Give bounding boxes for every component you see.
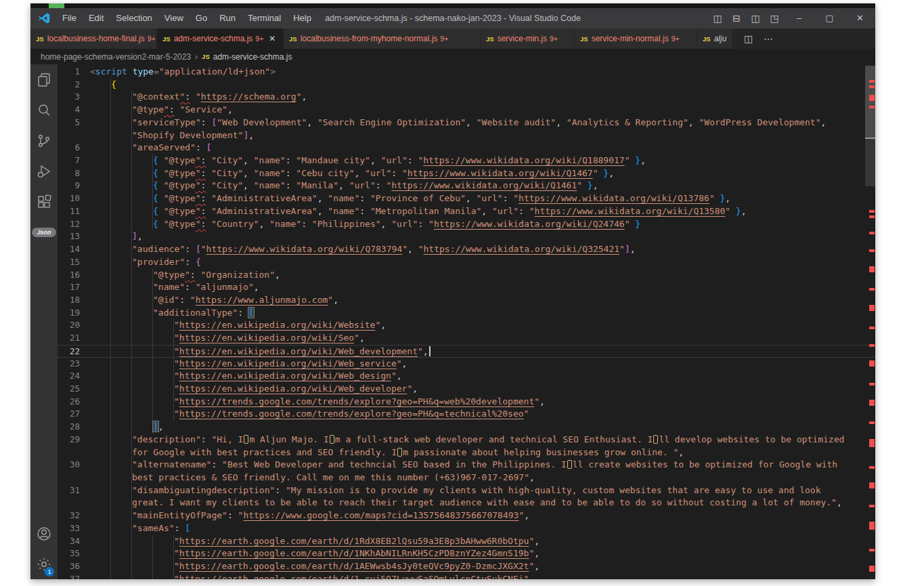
breadcrumb-file[interactable]: adm-service-schma.js: [213, 52, 292, 62]
text-cursor: [429, 346, 431, 356]
indent-guides: [90, 484, 132, 497]
indent-guides: [90, 573, 174, 579]
scrollbar-thumb[interactable]: [865, 66, 875, 138]
indent-guides: [90, 434, 132, 446]
indent-guides: [90, 472, 132, 484]
code-line-17: 17"name": "aljunmajo",: [58, 281, 875, 294]
line-number: 4: [58, 104, 80, 117]
accounts-icon[interactable]: [30, 518, 58, 549]
line-number: 11: [58, 205, 80, 218]
menu-item-run[interactable]: Run: [213, 8, 242, 28]
line-number: 20: [58, 319, 80, 332]
indent-guides: [90, 319, 174, 332]
code-editor[interactable]: 1<script type="application/ld+json">2{3"…: [58, 64, 875, 579]
line-number: 34: [58, 535, 80, 548]
source-control-icon[interactable]: [30, 125, 58, 156]
activity-bar: Json 1: [30, 64, 58, 579]
tab-problems-badge: 9+: [672, 35, 680, 43]
overview-ruler-scrollbar[interactable]: [865, 64, 875, 579]
line-number: 25: [58, 383, 80, 396]
error-mark: [869, 80, 875, 83]
close-button[interactable]: ✕: [845, 8, 875, 28]
indent-guides: [90, 256, 132, 269]
menu-item-terminal[interactable]: Terminal: [242, 8, 287, 28]
toggle-sidebar-icon[interactable]: ◫: [708, 13, 727, 24]
error-mark: [869, 439, 875, 447]
code-line-29: 29"description": "Hi, Im Aljun Majo. Im …: [58, 434, 875, 446]
window-controls: ◫ ⊟ ◫ ◳ – ▢ ✕: [708, 8, 875, 28]
indent-guides: [90, 294, 153, 307]
tab-close-icon[interactable]: ✕: [269, 34, 276, 43]
menu-item-file[interactable]: File: [56, 8, 83, 28]
breadcrumb-folder[interactable]: home-page-schema-version2-mar-5-2023: [41, 52, 191, 62]
indent-guides: [90, 167, 153, 180]
scrollbar-thumb[interactable]: [865, 139, 875, 186]
code-line-1: 1<script type="application/ld+json">: [58, 66, 875, 79]
code-line-33: 33"sameAs": [: [58, 522, 875, 535]
split-editor-icon[interactable]: ◫: [739, 33, 758, 44]
indent-guides: [90, 383, 174, 396]
json-extension-icon[interactable]: Json: [30, 217, 58, 247]
indent-guides: [90, 117, 132, 129]
settings-gear-icon[interactable]: 1: [30, 549, 58, 579]
tab-adm-service-schma.js[interactable]: JSadm-service-schma.js9+✕: [157, 28, 283, 49]
menu-item-selection[interactable]: Selection: [110, 8, 158, 28]
run-and-debug-icon[interactable]: [30, 156, 58, 186]
indent-guides: [90, 307, 153, 320]
line-number: 6: [58, 142, 80, 154]
indent-guides: [90, 421, 153, 434]
line-number: 36: [58, 560, 80, 573]
line-number: 27: [58, 408, 80, 421]
line-number: 2: [58, 79, 80, 91]
code-line-9: 9{ "@type": "City", "name": "Manila", "u…: [58, 180, 875, 192]
tab-problems-badge: 9+: [148, 35, 156, 43]
search-icon[interactable]: [30, 95, 58, 125]
window-title: adm-service-schma.js - schema-nako-jan-2…: [325, 14, 581, 23]
line-number: 31: [58, 484, 80, 497]
tab-service-min-normal.js[interactable]: JSservice-min-normal.js9+: [575, 28, 697, 49]
line-number: 33: [58, 522, 80, 535]
menu-item-help[interactable]: Help: [287, 8, 317, 28]
indent-guides: [90, 205, 153, 218]
code-line-21: 21"https://en.wikipedia.org/wiki/Seo",: [58, 332, 875, 345]
menu-item-edit[interactable]: Edit: [83, 8, 110, 28]
code-line-10: 10{ "@type": "AdministrativeArea", "name…: [58, 192, 875, 205]
extensions-icon[interactable]: [30, 186, 58, 217]
explorer-icon[interactable]: [30, 64, 58, 95]
tab-label: alju: [714, 34, 727, 43]
vscode-logo-icon: [37, 12, 51, 25]
menu-item-view[interactable]: View: [158, 8, 190, 28]
line-number: [58, 497, 80, 509]
more-actions-icon[interactable]: ⋯: [758, 33, 778, 44]
menu-item-go[interactable]: Go: [190, 8, 213, 28]
customize-layout-icon[interactable]: ◳: [765, 13, 784, 24]
indent-guides: [90, 230, 132, 243]
line-number: [58, 446, 80, 459]
error-mark: [869, 344, 875, 347]
error-mark: [869, 215, 875, 218]
code-line-32: 32"mainEntityOfPage": "https://www.googl…: [58, 509, 875, 522]
line-number: 28: [58, 421, 80, 434]
indent-guides: [90, 192, 153, 205]
indent-guides: [90, 142, 132, 154]
code-line-34: 34"https://earth.google.com/earth/d/1RdX…: [58, 535, 875, 548]
maximize-button[interactable]: ▢: [814, 8, 845, 28]
tab-alju[interactable]: JSalju: [697, 28, 732, 49]
tab-localbusiness-home-final.js[interactable]: JSlocalbusiness-home-final.js9+: [30, 28, 156, 49]
breadcrumb[interactable]: home-page-schema-version2-mar-5-2023 › J…: [30, 49, 875, 64]
code-line-5: 5"serviceType": ["Web Development", "Sea…: [58, 117, 875, 129]
error-mark: [869, 210, 875, 213]
tab-service-min.js[interactable]: JSservice-min.js9+: [481, 28, 574, 49]
tab-localbusiness-from-myhome-normal.js[interactable]: JSlocalbusiness-from-myhome-normal.js9+: [284, 28, 480, 49]
error-mark: [869, 482, 875, 488]
code-line-35: 35"https://earth.google.com/earth/d/1NKh…: [58, 547, 875, 560]
code-line-20: 20"https://en.wikipedia.org/wiki/Website…: [58, 319, 875, 332]
code-line-23: 23"https://en.wikipedia.org/wiki/Web_ser…: [58, 358, 875, 371]
toggle-secondary-sidebar-icon[interactable]: ◫: [746, 13, 765, 24]
line-number: 16: [58, 269, 80, 282]
toggle-panel-icon[interactable]: ⊟: [727, 13, 746, 24]
menu-bar: FileEditSelectionViewGoRunTerminalHelp: [56, 8, 317, 28]
code-line-31-wrap: great. I want my clients to be able to r…: [58, 497, 875, 509]
title-bar: FileEditSelectionViewGoRunTerminalHelp a…: [30, 8, 875, 28]
minimize-button[interactable]: –: [784, 8, 814, 28]
